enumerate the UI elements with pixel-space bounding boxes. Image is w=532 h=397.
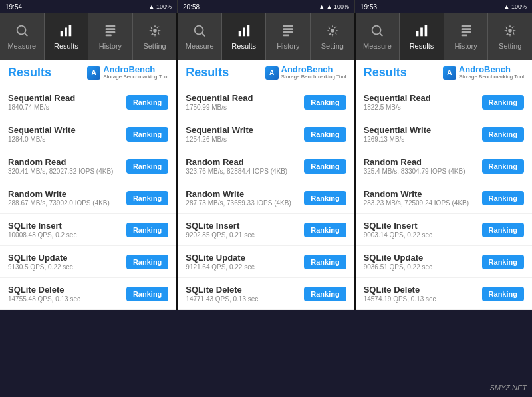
ranking-button[interactable]: Ranking [304,255,346,269]
tab-history[interactable]: History [444,13,489,60]
ranking-button[interactable]: Ranking [126,223,168,237]
watermark: SMYZ.NET [489,384,527,392]
svg-rect-24 [425,25,428,37]
table-row: SQLite Delete 14755.48 QPS, 0.13 sec Ran… [0,278,176,310]
tab-results[interactable]: Results [45,13,89,60]
ranking-button[interactable]: Ranking [304,127,346,142]
bench-value: 10008.48 QPS, 0.2 sec [8,231,76,239]
ranking-button[interactable]: Ranking [482,191,524,205]
nav-tabs: Measure Results History Setting [0,13,176,60]
table-row: Sequential Read 1840.74 MB/s Ranking [0,86,176,118]
status-bar-panel-3: 19:53▲ 100% [355,0,532,13]
results-title: Results [364,66,407,80]
tab-results[interactable]: Results [222,13,267,60]
bench-name: SQLite Insert [8,221,76,231]
results-title: Results [8,66,51,80]
status-icons: ▲ 100% [149,3,172,10]
ranking-button[interactable]: Ranking [126,159,168,174]
tab-setting[interactable]: Setting [133,13,177,60]
results-area: Results A AndroBench Storage Benchmarkin… [356,60,532,310]
ranking-button[interactable]: Ranking [482,127,524,142]
tab-label: Setting [321,42,344,50]
ranking-button[interactable]: Ranking [126,127,168,142]
bench-name: SQLite Delete [364,285,436,295]
bench-value: 288.67 MB/s, 73902.0 IOPS (4KB) [8,199,110,207]
logo-name: AndroBench [281,65,346,74]
tab-label: Setting [143,42,166,50]
tab-results[interactable]: Results [400,13,444,60]
tab-history[interactable]: History [88,13,133,60]
ranking-button[interactable]: Ranking [126,95,168,110]
bench-name: Sequential Read [186,93,253,103]
ranking-button[interactable]: Ranking [304,223,346,237]
results-icon [414,23,429,39]
bench-info: Random Read 320.41 MB/s, 82027.32 IOPS (… [8,157,113,175]
bench-value: 9003.14 QPS, 0.22 sec [364,231,432,239]
ranking-button[interactable]: Ranking [304,159,346,174]
tab-label: Results [410,42,434,50]
bench-info: SQLite Insert 9202.85 QPS, 0.21 sec [186,221,254,239]
tab-label: History [454,42,477,50]
ranking-button[interactable]: Ranking [482,95,524,110]
svg-rect-23 [420,27,423,36]
ranking-button[interactable]: Ranking [126,287,168,301]
svg-rect-14 [247,25,249,37]
androbench-logo: A AndroBench Storage Benchmarking Tool [265,65,346,80]
setting-icon [503,23,517,39]
bench-info: SQLite Insert 9003.14 QPS, 0.22 sec [364,221,432,239]
bench-info: Sequential Write 1269.13 MB/s [364,125,432,143]
logo-icon: A [87,66,100,80]
ranking-button[interactable]: Ranking [482,223,524,237]
ranking-button[interactable]: Ranking [126,191,168,205]
tab-measure[interactable]: Measure [356,13,400,60]
measure-icon [192,23,207,39]
table-row: Random Write 288.67 MB/s, 73902.0 IOPS (… [0,182,176,214]
history-icon [103,23,118,39]
svg-rect-2 [61,31,63,36]
bench-name: SQLite Insert [364,221,432,231]
svg-rect-27 [461,31,471,33]
table-row: Random Write 283.23 MB/s, 72509.24 IOPS … [356,182,532,214]
tab-measure[interactable]: Measure [178,13,222,60]
logo-sub: Storage Benchmarking Tool [281,74,346,80]
tab-label: Results [54,42,78,50]
bench-info: SQLite Update 9121.64 QPS, 0.22 sec [186,253,254,271]
tab-history[interactable]: History [266,13,311,60]
logo-text: AndroBench Storage Benchmarking Tool [459,65,524,80]
tab-measure[interactable]: Measure [0,13,45,60]
logo-icon: A [443,66,456,80]
bench-value: 9130.5 QPS, 0.22 sec [8,263,73,271]
bench-value: 14574.19 QPS, 0.13 sec [364,295,436,303]
ranking-button[interactable]: Ranking [482,159,524,174]
setting-icon [325,23,340,39]
setting-icon [148,23,162,39]
bench-value: 320.41 MB/s, 82027.32 IOPS (4KB) [8,168,113,175]
phone-panel-panel-2: Measure Results History Setting Results … [178,13,355,310]
logo-sub: Storage Benchmarking Tool [103,74,168,80]
tab-label: Measure [186,42,214,50]
ranking-button[interactable]: Ranking [304,191,346,205]
table-row: SQLite Update 9036.51 QPS, 0.22 sec Rank… [356,246,532,278]
svg-point-29 [508,29,512,33]
logo-name: AndroBench [459,65,524,74]
table-row: Sequential Write 1284.0 MB/s Ranking [0,118,176,150]
ranking-button[interactable]: Ranking [482,255,524,269]
tab-setting[interactable]: Setting [311,13,354,60]
bench-value: 287.73 MB/s, 73659.33 IOPS (4KB) [186,199,291,207]
ranking-button[interactable]: Ranking [482,287,524,301]
svg-rect-16 [283,28,293,30]
svg-rect-25 [461,25,471,27]
measure-icon [370,23,384,39]
table-row: SQLite Update 9130.5 QPS, 0.22 sec Ranki… [0,246,176,278]
table-row: SQLite Insert 10008.48 QPS, 0.2 sec Rank… [0,214,176,246]
svg-rect-15 [283,25,293,27]
ranking-button[interactable]: Ranking [304,95,346,110]
tab-label: Measure [7,42,36,50]
tab-label: History [99,42,122,50]
ranking-button[interactable]: Ranking [126,255,168,269]
bench-value: 1269.13 MB/s [364,136,432,143]
tab-label: Results [231,42,256,50]
ranking-button[interactable]: Ranking [304,287,346,301]
tab-setting[interactable]: Setting [488,13,532,60]
svg-point-10 [195,26,203,35]
